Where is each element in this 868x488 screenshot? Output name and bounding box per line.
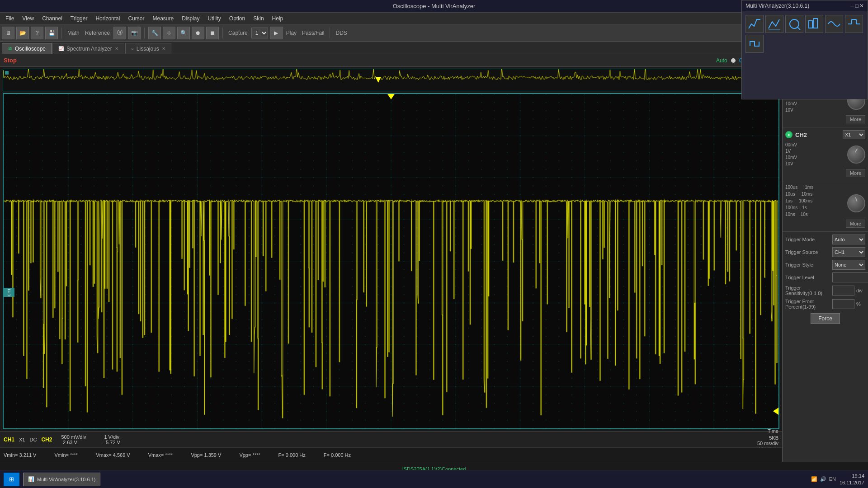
analyzer-icon-2[interactable] [785, 15, 803, 33]
play-label[interactable]: Play [284, 30, 298, 36]
trigger-front-unit: % [856, 301, 865, 307]
pass-fail-label[interactable]: Pass/Fail [300, 30, 326, 36]
force-button[interactable]: Force [811, 313, 840, 324]
svg-rect-3 [809, 21, 812, 28]
tb-ref-btn[interactable]: Ⓡ [113, 27, 126, 39]
tb-open-btn[interactable]: 📂 [16, 27, 29, 39]
trigger-sensitivity-row: Trigger Sensitivity(0-1.0) 0.4 div [785, 285, 865, 296]
analyzer-icon-3[interactable] [805, 15, 823, 33]
tb-save-btn[interactable]: 💾 [45, 27, 58, 39]
menu-skin[interactable]: Skin [250, 14, 267, 23]
freq1: F= 0.000 Hz [278, 452, 306, 458]
trigger-marker-right [773, 408, 778, 415]
taskbar: ⊞ 📊 Multi VirAnalyzer(3.10.6.1) 📶 🔊 EN 1… [0, 470, 868, 488]
analyzer-maximize[interactable]: □ [855, 3, 859, 9]
right-panel: Auto Run ● CH1 X1X10 00mV 1V 10mV 10V [782, 54, 868, 462]
analyzer-icon-4[interactable] [825, 15, 843, 33]
tab-lissajous[interactable]: ○ Lissajous ✕ [125, 43, 171, 54]
menu-measure[interactable]: Measure [149, 14, 177, 23]
ch2-volt-labels: 00mV 1V 10mV 10V [785, 142, 797, 167]
ch1-more-btn[interactable]: More [846, 115, 865, 123]
waveform-main[interactable]: CH1 [3, 93, 779, 429]
capture-select[interactable]: 124 [251, 28, 268, 38]
time-knob[interactable] [847, 194, 865, 212]
menu-horizontal[interactable]: Horizontal [92, 14, 123, 23]
overview-canvas [3, 69, 779, 91]
menu-display[interactable]: Display [178, 14, 203, 23]
tb-cursor-btn[interactable]: ⊹ [163, 27, 175, 39]
ch2-more-btn[interactable]: More [846, 169, 865, 177]
analyzer-title: Multi VirAnalyzer(3.10.6.1) ─ □ ✕ [742, 0, 868, 11]
trigger-style-select[interactable]: NoneRisingFalling [832, 260, 865, 270]
stop-label: Stop [4, 57, 17, 64]
tb-stop-btn[interactable]: ⏹ [206, 27, 219, 39]
taskbar-analyzer[interactable]: 📊 Multi VirAnalyzer(3.10.6.1) [23, 473, 100, 486]
tb-record-btn[interactable]: ⏺ [192, 27, 204, 39]
menu-utility[interactable]: Utility [204, 14, 225, 23]
taskbar-items: 📊 Multi VirAnalyzer(3.10.6.1) [23, 473, 811, 486]
ch1-vdiv: 500 mV/div [61, 434, 86, 440]
trigger-level-input[interactable]: - 000 009 [832, 272, 868, 282]
window-title: Oscilloscope - Multi VirAnalyzer [393, 3, 476, 9]
dds-label[interactable]: DDS [334, 30, 349, 36]
keyboard-icon: EN [829, 476, 836, 482]
reference-label[interactable]: Reference [83, 30, 112, 36]
ch1-level-marker[interactable]: CH1 [4, 288, 14, 297]
overview-left-handle[interactable] [5, 71, 9, 75]
analyzer-icon-5[interactable] [845, 15, 863, 33]
menu-help[interactable]: Help [269, 14, 287, 23]
tab-spectrum-close[interactable]: ✕ [115, 46, 118, 51]
tb-new-btn[interactable]: 🖥 [2, 27, 14, 39]
trigger-mode-label: Trigger Mode [785, 237, 830, 242]
menu-cursor[interactable]: Cursor [124, 14, 148, 23]
ch2-offset: -5.72 V [104, 440, 120, 445]
tab-spectrum[interactable]: 📈 Spectrum Analyzer ✕ [52, 43, 124, 54]
tb-cam-btn[interactable]: 📷 [128, 27, 141, 39]
tab-lissajous-close[interactable]: ✕ [162, 46, 165, 51]
trigger-mode-select[interactable]: AutoNormalSingle [832, 235, 865, 244]
tab-bar: 🖥 Oscilloscope 📈 Spectrum Analyzer ✕ ○ L… [0, 42, 868, 54]
analyzer-panel: Multi VirAnalyzer(3.10.6.1) ─ □ ✕ [741, 0, 868, 99]
analyzer-icon-0[interactable] [745, 15, 764, 33]
analyzer-icon-1[interactable] [765, 15, 783, 33]
menu-file[interactable]: File [2, 14, 18, 23]
taskbar-right: 📶 🔊 EN 19:14 16.11.2017 [811, 473, 864, 486]
trigger-front-input[interactable]: 50 [832, 299, 854, 309]
svg-rect-4 [814, 19, 817, 28]
oscilloscope-panel: Stop Auto CH1 -9.766 mV CH1 [0, 54, 782, 462]
measurements-bar: CH1 X1 DC CH2 500 mV/div -2.63 V 1 V/div… [0, 431, 782, 447]
time-mem: 5KB [757, 435, 778, 441]
trigger-source-select[interactable]: CH1CH2 [832, 247, 865, 257]
capture-label: Capture [226, 30, 250, 36]
tb-measure-btn[interactable]: 🔧 [148, 27, 161, 39]
ch2-volt-knob[interactable] [847, 145, 865, 164]
trigger-front-row: Trigger Front Percent(1-99) 50 % [785, 299, 865, 310]
menu-trigger[interactable]: Trigger [67, 14, 91, 23]
trigger-sensitivity-input[interactable]: 0.4 [832, 286, 854, 296]
svg-line-2 [797, 27, 800, 30]
taskbar-clock[interactable]: 19:14 16.11.2017 [840, 473, 864, 486]
analyzer-icon-6[interactable] [745, 35, 764, 53]
tab-oscilloscope[interactable]: 🖥 Oscilloscope [2, 43, 52, 54]
analyzer-close[interactable]: ✕ [859, 3, 864, 9]
vmax1: Vmax= 4.569 V [96, 452, 130, 458]
time-section: 100us 1ms 10us 10ms 1us 100ms 100ns 1s [783, 181, 868, 232]
trigger-source-row: Trigger Source CH1CH2 [785, 247, 865, 257]
analyzer-minimize[interactable]: ─ [850, 3, 854, 9]
math-label[interactable]: Math [66, 30, 81, 36]
vmin1: Vmin= 3.211 V [4, 452, 36, 458]
tb-zoom-btn[interactable]: 🔍 [177, 27, 190, 39]
trigger-section: Trigger Mode AutoNormalSingle Trigger So… [783, 232, 868, 462]
time-more-btn[interactable]: More [846, 220, 865, 228]
tb-help-btn[interactable]: ? [31, 27, 43, 39]
play-btn[interactable]: ▶ [270, 27, 283, 39]
menu-option[interactable]: Option [226, 14, 249, 23]
ch2-dot[interactable]: ● [785, 131, 793, 138]
ch2-zoom-select[interactable]: X1X10 [843, 130, 865, 139]
trigger-style-label: Trigger Style [785, 262, 830, 267]
title-bar: Oscilloscope - Multi VirAnalyzer ─ □ ✕ [0, 0, 868, 13]
menu-view[interactable]: View [19, 14, 38, 23]
menu-channel[interactable]: Channel [38, 14, 66, 23]
vpp2: Vpp= **** [239, 452, 260, 458]
start-button[interactable]: ⊞ [4, 473, 19, 486]
